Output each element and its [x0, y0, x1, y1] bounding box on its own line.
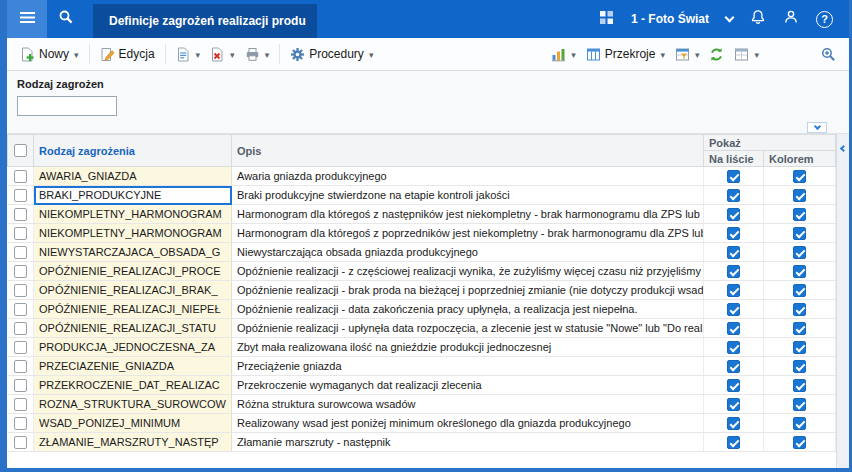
row-select-checkbox[interactable]: [14, 341, 27, 354]
threat-description-cell[interactable]: Różna struktura surowcowa wsadów: [232, 395, 704, 414]
row-select-cell[interactable]: [8, 281, 34, 300]
kolorem-cell[interactable]: [763, 376, 835, 395]
row-select-checkbox[interactable]: [14, 170, 27, 183]
select-all-header[interactable]: [8, 135, 34, 167]
row-select-checkbox[interactable]: [14, 360, 27, 373]
grid-view-button[interactable]: [729, 44, 764, 65]
edit-button[interactable]: Edycja: [95, 44, 160, 65]
refresh-button[interactable]: [704, 44, 729, 65]
na-liscie-checkbox[interactable]: [727, 246, 740, 259]
list-settings-button[interactable]: [670, 44, 705, 65]
apps-grid-icon[interactable]: [599, 10, 614, 29]
chart-button[interactable]: [546, 44, 581, 65]
kolorem-cell[interactable]: [763, 262, 835, 281]
na-liscie-cell[interactable]: [703, 357, 763, 376]
na-liscie-checkbox[interactable]: [727, 170, 740, 183]
threat-description-cell[interactable]: Przeciążenie gniazda: [232, 357, 704, 376]
threat-description-cell[interactable]: Opóźnienie realizacji - brak proda na bi…: [232, 281, 704, 300]
print-button[interactable]: [240, 44, 275, 65]
kolorem-checkbox[interactable]: [793, 265, 806, 278]
na-liscie-cell[interactable]: [703, 205, 763, 224]
company-selector[interactable]: 1 - Foto Świat: [631, 12, 709, 26]
collapsed-panel-strip[interactable]: [836, 134, 849, 468]
kolorem-cell[interactable]: [763, 395, 835, 414]
threat-description-cell[interactable]: Złamanie marszruty - następnik: [232, 433, 704, 452]
na-liscie-checkbox[interactable]: [727, 360, 740, 373]
user-button[interactable]: [783, 9, 799, 29]
column-header-rodzaj[interactable]: Rodzaj zagrożenia: [34, 135, 232, 167]
threat-name-cell[interactable]: OPÓŹNIENIE_REALIZACJI_STATU: [34, 319, 232, 338]
column-header-kolorem[interactable]: Kolorem: [763, 151, 835, 167]
na-liscie-cell[interactable]: [703, 319, 763, 338]
row-select-checkbox[interactable]: [14, 398, 27, 411]
threat-description-cell[interactable]: Opóźnienie realizacji - upłynęła data ro…: [232, 319, 704, 338]
table-row[interactable]: ZŁAMANIE_MARSZRUTY_NASTĘP Złamanie marsz…: [8, 433, 836, 452]
tab-definicje-zagrozen[interactable]: Definicje zagrożeń realizacji produ: [93, 4, 317, 38]
delete-button[interactable]: [205, 44, 240, 65]
na-liscie-checkbox[interactable]: [727, 436, 740, 449]
table-row[interactable]: AWARIA_GNIAZDA Awaria gniazda produkcyjn…: [8, 167, 836, 186]
row-select-cell[interactable]: [8, 414, 34, 433]
column-header-pokaz[interactable]: Pokaż: [703, 135, 835, 151]
threat-description-cell[interactable]: Niewystarczająca obsada gniazda produkcy…: [232, 243, 704, 262]
row-select-checkbox[interactable]: [14, 322, 27, 335]
kolorem-checkbox[interactable]: [793, 189, 806, 202]
row-select-cell[interactable]: [8, 224, 34, 243]
kolorem-cell[interactable]: [763, 338, 835, 357]
notifications-button[interactable]: [750, 9, 766, 29]
table-row[interactable]: ROZNA_STRUKTURA_SUROWCOW Różna struktura…: [8, 395, 836, 414]
row-select-checkbox[interactable]: [14, 284, 27, 297]
threat-name-cell[interactable]: BRAKI_PRODUKCYJNE: [34, 186, 232, 205]
na-liscie-checkbox[interactable]: [727, 417, 740, 430]
kolorem-checkbox[interactable]: [793, 246, 806, 259]
row-select-checkbox[interactable]: [14, 189, 27, 202]
row-select-checkbox[interactable]: [14, 417, 27, 430]
threat-description-cell[interactable]: Awaria gniazda produkcyjnego: [232, 167, 704, 186]
threat-description-cell[interactable]: Zbyt mała realizowana ilość na gnieździe…: [232, 338, 704, 357]
kolorem-cell[interactable]: [763, 300, 835, 319]
row-select-checkbox[interactable]: [14, 379, 27, 392]
kolorem-checkbox[interactable]: [793, 379, 806, 392]
na-liscie-checkbox[interactable]: [727, 284, 740, 297]
table-row[interactable]: PRODUKCJA_JEDNOCZESNA_ZA Zbyt mała reali…: [8, 338, 836, 357]
na-liscie-cell[interactable]: [703, 300, 763, 319]
kolorem-checkbox[interactable]: [793, 170, 806, 183]
row-select-cell[interactable]: [8, 186, 34, 205]
kolorem-cell[interactable]: [763, 433, 835, 452]
row-select-cell[interactable]: [8, 167, 34, 186]
table-row[interactable]: OPÓŹNIENIE_REALIZACJI_PROCE Opóźnienie r…: [8, 262, 836, 281]
na-liscie-cell[interactable]: [703, 167, 763, 186]
na-liscie-cell[interactable]: [703, 186, 763, 205]
hamburger-menu-button[interactable]: [7, 0, 47, 38]
column-header-opis[interactable]: Opis: [232, 135, 704, 167]
na-liscie-cell[interactable]: [703, 338, 763, 357]
threat-description-cell[interactable]: Realizowany wsad jest poniżej minimum ok…: [232, 414, 704, 433]
kolorem-cell[interactable]: [763, 243, 835, 262]
table-row[interactable]: NIEKOMPLETNY_HARMONOGRAM Harmonogram dla…: [8, 224, 836, 243]
threat-name-cell[interactable]: AWARIA_GNIAZDA: [34, 167, 232, 186]
threat-name-cell[interactable]: ROZNA_STRUKTURA_SUROWCOW: [34, 395, 232, 414]
table-row[interactable]: PRZEKROCZENIE_DAT_REALIZAC Przekroczenie…: [8, 376, 836, 395]
na-liscie-checkbox[interactable]: [727, 227, 740, 240]
na-liscie-cell[interactable]: [703, 376, 763, 395]
row-select-checkbox[interactable]: [14, 208, 27, 221]
global-search-button[interactable]: [47, 0, 85, 38]
kolorem-checkbox[interactable]: [793, 227, 806, 240]
table-row[interactable]: OPÓŹNIENIE_REALIZACJI_STATU Opóźnienie r…: [8, 319, 836, 338]
kolorem-cell[interactable]: [763, 414, 835, 433]
kolorem-checkbox[interactable]: [793, 417, 806, 430]
zoom-find-button[interactable]: [816, 44, 841, 65]
kolorem-cell[interactable]: [763, 167, 835, 186]
kolorem-checkbox[interactable]: [793, 436, 806, 449]
threat-name-cell[interactable]: PRODUKCJA_JEDNOCZESNA_ZA: [34, 338, 232, 357]
document-button[interactable]: [171, 44, 206, 65]
kolorem-checkbox[interactable]: [793, 303, 806, 316]
kolorem-checkbox[interactable]: [793, 208, 806, 221]
row-select-cell[interactable]: [8, 300, 34, 319]
row-select-cell[interactable]: [8, 205, 34, 224]
na-liscie-cell[interactable]: [703, 433, 763, 452]
na-liscie-checkbox[interactable]: [727, 189, 740, 202]
new-button[interactable]: Nowy: [15, 44, 84, 65]
kolorem-cell[interactable]: [763, 319, 835, 338]
company-chevron-down-icon[interactable]: [725, 12, 735, 22]
